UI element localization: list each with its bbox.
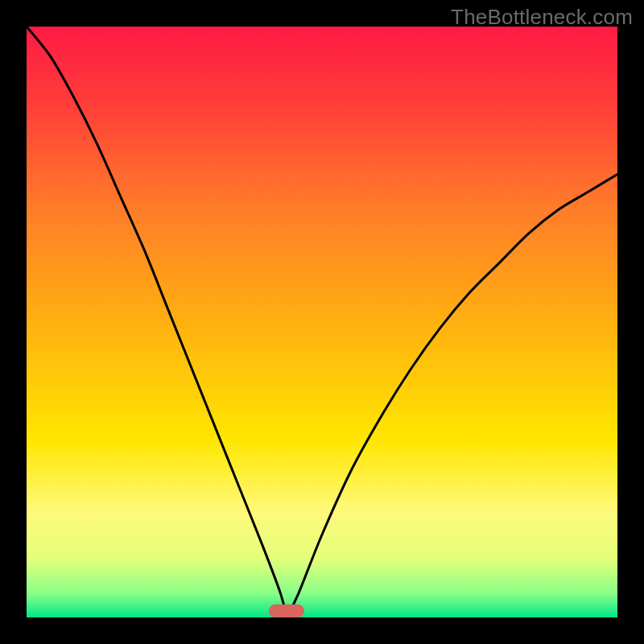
chart-frame: TheBottleneck.com	[0, 0, 644, 644]
bottleneck-chart	[0, 0, 644, 644]
watermark-text: TheBottleneck.com	[451, 5, 633, 30]
plot-background	[27, 27, 617, 617]
optimal-marker	[269, 605, 304, 617]
